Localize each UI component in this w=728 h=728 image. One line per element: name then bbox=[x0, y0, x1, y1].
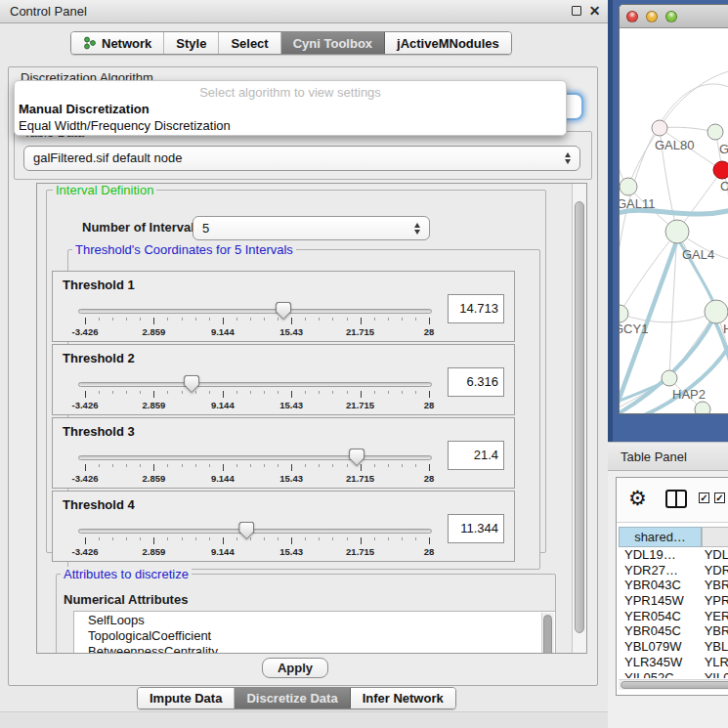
tab-jactivemnodules[interactable]: jActiveMNodules bbox=[385, 32, 511, 54]
slider-minor-tick bbox=[319, 537, 320, 540]
tab-cyni-toolbox[interactable]: Cyni Toolbox bbox=[281, 32, 385, 54]
attributes-list-scrollbar[interactable] bbox=[541, 613, 554, 653]
dropdown-option-equal-width-frequency[interactable]: Equal Width/Frequency Discretization bbox=[19, 118, 231, 133]
gear-icon[interactable]: ⚙ bbox=[628, 487, 647, 510]
attribute-list-item[interactable]: BetweennessCentrality bbox=[74, 643, 555, 653]
table-row[interactable]: YDR27…YDR2 bbox=[619, 563, 728, 578]
slider-minor-tick bbox=[402, 391, 403, 394]
threshold-value-field[interactable]: 11.344 bbox=[448, 514, 504, 543]
slider-track[interactable] bbox=[78, 382, 432, 387]
network-node[interactable] bbox=[695, 402, 710, 414]
slider-thumb[interactable] bbox=[349, 449, 364, 466]
numerical-attributes-list[interactable]: SelfLoopsTopologicalCoefficientBetweenne… bbox=[73, 611, 556, 653]
slider-minor-tick bbox=[140, 391, 141, 394]
network-node-hap2[interactable] bbox=[662, 370, 677, 386]
network-node-gcy1[interactable] bbox=[620, 305, 628, 322]
slider-minor-tick bbox=[415, 318, 416, 321]
checkbox-icon-2[interactable]: ✓ bbox=[714, 492, 725, 503]
apply-button[interactable]: Apply bbox=[262, 658, 328, 678]
table-data-combobox[interactable]: galFiltered.sif default node bbox=[23, 146, 580, 171]
minimize-traffic-light-icon[interactable] bbox=[646, 11, 658, 22]
slider-minor-tick bbox=[99, 537, 100, 540]
attribute-list-item[interactable]: SelfLoops bbox=[74, 612, 555, 627]
table-row[interactable]: YDL19…YDL1 bbox=[619, 547, 728, 563]
table-row[interactable]: YIL052CYIL0 bbox=[619, 670, 728, 679]
tab-infer-network[interactable]: Infer Network bbox=[351, 688, 455, 708]
slider-thumb[interactable] bbox=[184, 375, 199, 393]
scrollbar-thumb[interactable] bbox=[621, 681, 728, 689]
table-row[interactable]: YBL079WYBL0 bbox=[619, 639, 728, 655]
slider-track[interactable] bbox=[78, 529, 432, 534]
network-node-gal80[interactable] bbox=[652, 120, 667, 136]
network-node-gal11[interactable] bbox=[620, 178, 637, 195]
slider-tick-label: -3.426 bbox=[54, 473, 116, 484]
slider-major-tick bbox=[429, 464, 430, 471]
slider-minor-tick bbox=[278, 537, 278, 540]
scrollbar-thumb[interactable] bbox=[575, 201, 584, 633]
slider-minor-tick bbox=[402, 537, 403, 540]
slider-minor-tick bbox=[332, 464, 333, 467]
tab-impute-data[interactable]: Impute Data bbox=[138, 688, 235, 708]
dropdown-option-manual-discretization[interactable]: Manual Discretization bbox=[19, 102, 150, 116]
slider-minor-tick bbox=[388, 318, 389, 321]
slider-minor-tick bbox=[305, 464, 306, 467]
threshold-value-field[interactable]: 6.316 bbox=[448, 367, 504, 397]
zoom-traffic-light-icon[interactable] bbox=[665, 11, 677, 22]
threshold-row-3: Threshold 3-3.4262.8599.14415.4321.71528… bbox=[52, 417, 515, 489]
table-data-group: Table Data galFiltered.sif default node bbox=[14, 131, 592, 180]
table-row[interactable]: YER054CYER0 bbox=[619, 609, 728, 624]
slider-thumb[interactable] bbox=[238, 522, 254, 539]
slider-major-tick bbox=[361, 318, 362, 324]
close-icon[interactable]: ✕ bbox=[588, 5, 601, 18]
network-node-c[interactable] bbox=[713, 161, 728, 179]
threshold-value-field[interactable]: 14.713 bbox=[448, 294, 504, 323]
float-window-icon[interactable] bbox=[570, 5, 582, 18]
threshold-label: Threshold 2 bbox=[63, 351, 135, 365]
slider-minor-tick bbox=[99, 464, 100, 467]
network-node-gal4[interactable] bbox=[665, 220, 689, 243]
settings-vertical-scrollbar[interactable] bbox=[572, 184, 586, 653]
slider-major-tick bbox=[291, 318, 292, 324]
tab-style[interactable]: Style bbox=[164, 32, 219, 54]
window-title: Control Panel bbox=[10, 4, 87, 19]
network-window-titlebar[interactable] bbox=[620, 5, 728, 28]
desktop-background: GAL80GACGAL11GAL4GCY1HHAP2 bbox=[608, 0, 728, 442]
network-node-ga[interactable] bbox=[707, 124, 723, 140]
slider-tick-label: 9.144 bbox=[192, 473, 254, 484]
slider-major-tick bbox=[291, 537, 292, 544]
slider-track[interactable] bbox=[78, 309, 432, 314]
checkbox-icon-1[interactable]: ✓ bbox=[699, 492, 709, 503]
table-row[interactable]: YPR145WYPR1 bbox=[619, 593, 728, 609]
slider-tick-label: 9.144 bbox=[192, 546, 254, 557]
right-area: GAL80GACGAL11GAL4GCY1HHAP2 Table Panel ⚙… bbox=[608, 0, 728, 728]
network-canvas[interactable]: GAL80GACGAL11GAL4GCY1HHAP2 bbox=[620, 28, 728, 414]
slider-minor-tick bbox=[195, 537, 196, 540]
slider-thumb[interactable] bbox=[276, 302, 291, 320]
slider-minor-tick bbox=[182, 391, 183, 394]
tab-network[interactable]: Network bbox=[71, 32, 164, 54]
network-node-label: GAL11 bbox=[620, 196, 656, 211]
tab-select[interactable]: Select bbox=[219, 32, 280, 54]
slider-track[interactable] bbox=[78, 455, 432, 460]
number-of-intervals-combobox[interactable]: 5 bbox=[193, 216, 430, 240]
scrollbar-thumb[interactable] bbox=[543, 615, 552, 653]
network-node-label: GA bbox=[719, 142, 728, 156]
table-horizontal-scrollbar[interactable] bbox=[619, 679, 728, 690]
slider-minor-tick bbox=[236, 391, 237, 394]
table-rows: YDL19…YDL1YDR27…YDR2YBR043CYBR0YPR145WYP… bbox=[619, 547, 728, 678]
close-traffic-light-icon[interactable] bbox=[626, 11, 638, 22]
slider-minor-tick bbox=[112, 391, 113, 394]
slider-tick-label: 15.43 bbox=[260, 326, 322, 337]
network-node-h[interactable] bbox=[705, 300, 728, 323]
table-row[interactable]: YBR045CYBR0 bbox=[619, 623, 728, 639]
column-header-name[interactable]: na bbox=[702, 527, 728, 547]
slider-minor-tick bbox=[347, 391, 348, 394]
threshold-value-field[interactable]: 21.4 bbox=[448, 441, 504, 470]
slider-minor-tick bbox=[99, 391, 100, 394]
table-row[interactable]: YLR345WYLR3 bbox=[619, 655, 728, 670]
column-header-shared-name[interactable]: shared… bbox=[619, 527, 702, 547]
attribute-list-item[interactable]: TopologicalCoefficient bbox=[74, 627, 555, 643]
table-row[interactable]: YBR043CYBR0 bbox=[619, 578, 728, 593]
columns-icon[interactable] bbox=[665, 490, 687, 508]
tab-discretize-data[interactable]: Discretize Data bbox=[235, 688, 350, 708]
